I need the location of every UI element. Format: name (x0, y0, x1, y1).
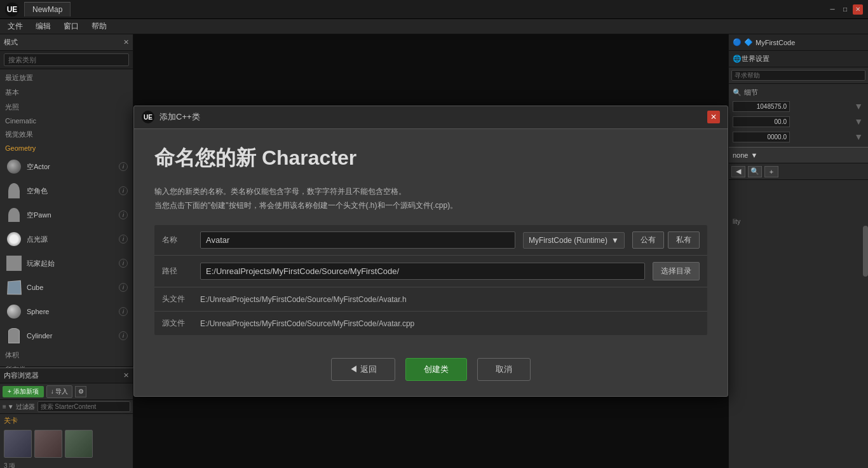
cb-close[interactable]: ✕ (123, 371, 129, 380)
tab-title[interactable]: NewMap (24, 2, 71, 17)
cb-import-button[interactable]: ↓ 导入 (46, 385, 73, 398)
path-input[interactable] (200, 263, 645, 280)
nav-search-btn[interactable]: 🔍 (748, 166, 762, 177)
list-item-actor[interactable]: 空Actor i (0, 155, 133, 179)
nav-back-btn[interactable]: ◀ (731, 166, 745, 177)
choose-dir-button[interactable]: 选择目录 (653, 262, 700, 280)
char-label: 空角色 (27, 186, 115, 196)
player-info[interactable]: i (119, 259, 128, 268)
minimize-button[interactable]: ─ (827, 4, 837, 15)
prop-arrow-2[interactable]: ▼ (853, 115, 864, 128)
prop-row-2: ▼ (733, 114, 864, 129)
sphere-info[interactable]: i (119, 307, 128, 316)
prop-row-1: ▼ (733, 99, 864, 114)
cylinder-icon (5, 327, 23, 345)
menu-edit[interactable]: 编辑 (33, 20, 53, 33)
list-item-player[interactable]: 玩家起始 i (0, 251, 133, 275)
cat-cinematic[interactable]: Cinematic (0, 114, 133, 127)
menu-bar: 文件 编辑 窗口 帮助 (0, 19, 868, 34)
right-scrollbar[interactable] (863, 226, 868, 277)
maximize-button[interactable]: □ (840, 4, 850, 15)
cube-info[interactable]: i (119, 283, 128, 292)
cb-add-button[interactable]: + 添加新项 (3, 386, 44, 397)
detail-label: 🔍 细节 (733, 86, 864, 99)
cb-toolbar: + 添加新项 ↓ 导入 ⚙ (0, 383, 133, 400)
form-row-name: 名称 MyFirstCode (Runtime) ▼ 公有 私有 (154, 225, 707, 256)
cancel-button[interactable]: 取消 (477, 358, 531, 381)
prop-arrow-1[interactable]: ▼ (853, 100, 864, 113)
nav-add-btn[interactable]: + (764, 166, 778, 177)
cat-volume[interactable]: 体积 (0, 348, 133, 362)
cb-thumb-2[interactable] (34, 430, 62, 458)
prop-input-2[interactable] (733, 116, 790, 127)
cb-thumb-3[interactable] (65, 430, 93, 458)
module-dropdown[interactable]: MyFirstCode (Runtime) ▼ (523, 232, 625, 249)
list-item-cube[interactable]: Cube i (0, 275, 133, 299)
form-row-path: 路径 选择目录 (154, 256, 707, 287)
category-section: 最近放置 基本 光照 Cinematic 视觉效果 Geometry 空Acto… (0, 69, 133, 378)
create-button[interactable]: 创建类 (405, 358, 467, 381)
name-label: 名称 (162, 235, 193, 245)
rp-title: MyFirstCode (756, 39, 795, 46)
prop-input-3[interactable] (733, 132, 790, 142)
list-item-char[interactable]: 空角色 i (0, 179, 133, 203)
menu-file[interactable]: 文件 (5, 20, 25, 33)
visibility-buttons: 公有 私有 (632, 231, 700, 249)
cylinder-info[interactable]: i (119, 331, 128, 340)
modal-close-button[interactable]: ✕ (707, 111, 720, 123)
right-search-input[interactable] (731, 70, 865, 81)
cat-basic[interactable]: 基本 (0, 85, 133, 100)
private-button[interactable]: 私有 (668, 231, 700, 249)
mode-close-button[interactable]: ✕ (123, 38, 129, 46)
cylinder-label: Cylinder (27, 332, 115, 340)
public-button[interactable]: 公有 (632, 231, 664, 249)
right-search-bar (729, 67, 868, 84)
cat-visual[interactable]: 视觉效果 (0, 127, 133, 142)
menu-window[interactable]: 窗口 (61, 20, 81, 33)
cb-search-input[interactable] (37, 401, 130, 412)
prop-row-3: ▼ (733, 129, 864, 144)
right-text-prop: lity (729, 180, 868, 228)
menu-help[interactable]: 帮助 (89, 20, 109, 33)
cat-geometry[interactable]: Geometry (0, 142, 133, 155)
right-world-settings: 🌐 世界设置 (729, 51, 868, 67)
add-cpp-modal: UE 添加C++类 ✕ 命名您的新 Character 输入您的新类的名称。类名… (133, 106, 728, 397)
list-item-sphere[interactable]: Sphere i (0, 299, 133, 324)
cb-section: 关卡 (0, 414, 133, 427)
search-box (0, 51, 133, 69)
char-info[interactable]: i (119, 186, 128, 195)
cat-light[interactable]: 光照 (0, 100, 133, 114)
content-browser: 内容浏览器 ✕ + 添加新项 ↓ 导入 ⚙ ≡ ▼ 过滤器 关卡 3 项 Adv… (0, 368, 133, 468)
cb-count: 3 项 (0, 460, 133, 468)
mode-label: 模式 (4, 38, 18, 47)
right-dropdown[interactable]: none ▼ (729, 147, 868, 163)
list-item-cylinder[interactable]: Cylinder i (0, 324, 133, 348)
list-item-light[interactable]: 点光源 i (0, 227, 133, 251)
close-button[interactable]: ✕ (853, 4, 863, 15)
actor-icon (5, 158, 23, 176)
list-item-pawn[interactable]: 空Pawn i (0, 203, 133, 227)
light-info[interactable]: i (119, 235, 128, 244)
player-icon (5, 254, 23, 272)
char-icon (5, 182, 23, 200)
cb-thumb-1[interactable] (4, 430, 32, 458)
cb-filter-button[interactable]: ≡ ▼ 过滤器 (3, 403, 35, 411)
cat-recent[interactable]: 最近放置 (0, 71, 133, 85)
dropdown-label: none (733, 151, 748, 159)
pawn-info[interactable]: i (119, 210, 128, 219)
prop-arrow-3[interactable]: ▼ (853, 130, 864, 143)
modal-title: 命名您的新 Character (154, 144, 707, 172)
search-input[interactable] (4, 53, 129, 66)
main-viewport: UE 添加C++类 ✕ 命名您的新 Character 输入您的新类的名称。类名… (133, 34, 728, 468)
sphere-label: Sphere (27, 308, 115, 315)
cube-label: Cube (27, 284, 115, 291)
actor-info[interactable]: i (119, 162, 128, 171)
name-input[interactable] (200, 231, 515, 249)
dropdown-arrow: ▼ (750, 151, 757, 159)
pawn-icon (5, 206, 23, 224)
cb-settings-icon[interactable]: ⚙ (75, 386, 86, 397)
actor-label: 空Actor (27, 162, 115, 172)
modal-description: 输入您的新类的名称。类名称仅能包含字母，数字字符并且不能包含空格。 当您点击下面… (154, 185, 707, 212)
back-button[interactable]: ◀ 返回 (331, 358, 395, 381)
prop-input-1[interactable] (733, 101, 790, 112)
